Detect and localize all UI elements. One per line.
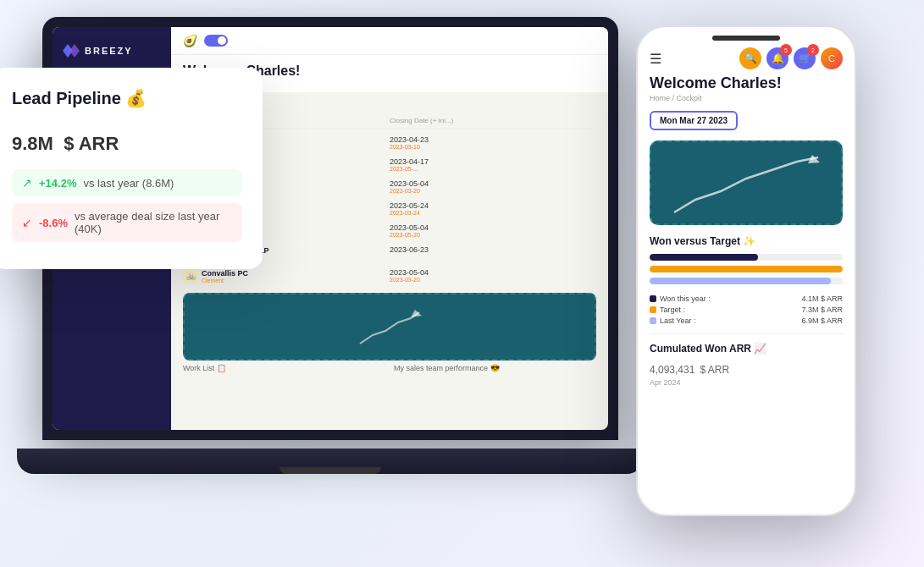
chart-strip	[183, 293, 596, 361]
progress-bar-target	[650, 266, 843, 272]
phone-icon-group: 🔍 🔔 5 🛒 2 C	[739, 47, 843, 69]
cumulated-sub: Apr 2024	[650, 378, 843, 387]
notifications-button[interactable]: 🔔 5	[766, 47, 788, 69]
phone-breadcrumb: Home / Cockpit	[650, 94, 843, 102]
col-date: Closing Date (+ Ini...)	[390, 117, 596, 124]
phone-content: Welcome Charles! Home / Cockpit Mon Mar …	[638, 74, 855, 387]
date-button[interactable]: Mon Mar 27 2023	[650, 111, 738, 130]
phone-top-bar: ☰ 🔍 🔔 5 🛒 2 C	[638, 41, 855, 74]
cart-button[interactable]: 🛒 2	[794, 47, 816, 69]
legend-item-lastyear: Last Year : 6.9M $ ARR	[650, 317, 843, 325]
sidebar-logo-text: BREEZY	[85, 46, 133, 56]
cumulated-title: Cumulated Won ARR 📈	[650, 343, 843, 355]
cumulated-number: 4,093,431 $ ARR	[650, 358, 843, 377]
phone-chart	[650, 140, 843, 225]
bell-badge: 5	[780, 44, 792, 56]
popup-big-number: 9.8M $ ARR	[12, 118, 242, 156]
chart-arrow-svg	[356, 306, 423, 348]
bike-icon: 🚲	[183, 268, 198, 284]
breezy-logo-icon	[63, 44, 80, 58]
popup-stat-negative: ↙ -8.6% vs average deal size last year (…	[12, 203, 242, 242]
sales-team-label: My sales team performance 😎	[394, 364, 596, 372]
arrow-up-icon: ↗	[22, 176, 32, 190]
cart-badge: 2	[807, 44, 819, 56]
bottom-labels: Work List 📋 My sales team performance 😎	[183, 364, 596, 372]
work-list-label: Work List 📋	[183, 364, 385, 372]
arrow-down-icon: ↙	[22, 216, 32, 229]
hamburger-icon[interactable]: ☰	[650, 51, 661, 67]
won-vs-target-title: Won versus Target ✨	[650, 235, 843, 247]
toggle-area: 🥑	[183, 34, 228, 47]
popup-card: Lead Pipeline 💰 9.8M $ ARR ↗ +14.2% vs l…	[0, 68, 263, 269]
phone-chart-svg	[670, 149, 822, 217]
progress-fill-lastyear	[650, 278, 831, 284]
svg-marker-2	[411, 310, 422, 317]
chart-box-left	[183, 293, 596, 361]
avatar: C	[821, 47, 843, 69]
phone-page-title: Welcome Charles!	[650, 74, 843, 92]
toggle-switch[interactable]	[204, 35, 228, 47]
progress-bar-won	[650, 254, 843, 261]
sidebar-logo: BREEZY	[53, 37, 171, 68]
popup-title: Lead Pipeline 💰	[12, 88, 242, 108]
progress-bar-lastyear	[650, 278, 843, 284]
progress-bars	[650, 254, 843, 284]
avocado-icon: 🥑	[183, 34, 197, 47]
legend-dot-won	[650, 295, 656, 302]
legend-item-target: Target : 7.3M $ ARR	[650, 306, 843, 314]
search-button[interactable]: 🔍	[739, 47, 761, 69]
legend-dot-lastyear	[650, 317, 656, 324]
cumulated-section: Cumulated Won ARR 📈 4,093,431 $ ARR Apr …	[650, 333, 843, 387]
legend-item-won: Won this year : 4.1M $ ARR	[650, 295, 843, 303]
popup-stat-positive: ↗ +14.2% vs last year (8.6M)	[12, 169, 242, 196]
legend-dot-target	[650, 306, 656, 313]
top-bar: 🥑	[171, 27, 608, 55]
progress-fill-target	[650, 266, 843, 272]
svg-marker-1	[69, 44, 80, 58]
phone: ☰ 🔍 🔔 5 🛒 2 C Welcome Charles! Home / Co…	[636, 25, 856, 516]
progress-fill-won	[650, 254, 758, 261]
legend-items: Won this year : 4.1M $ ARR Target : 7.3M…	[650, 295, 843, 325]
laptop-base	[17, 449, 644, 474]
